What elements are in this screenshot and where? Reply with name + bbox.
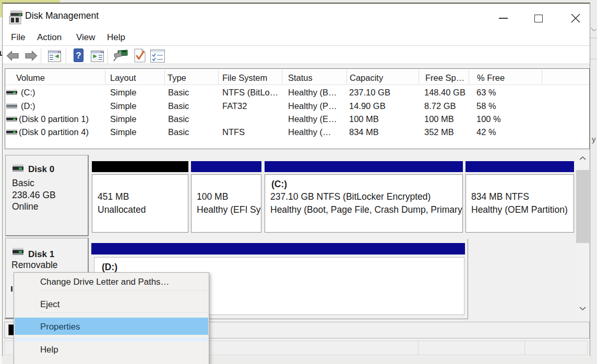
svg-text:?: ?	[76, 51, 81, 60]
